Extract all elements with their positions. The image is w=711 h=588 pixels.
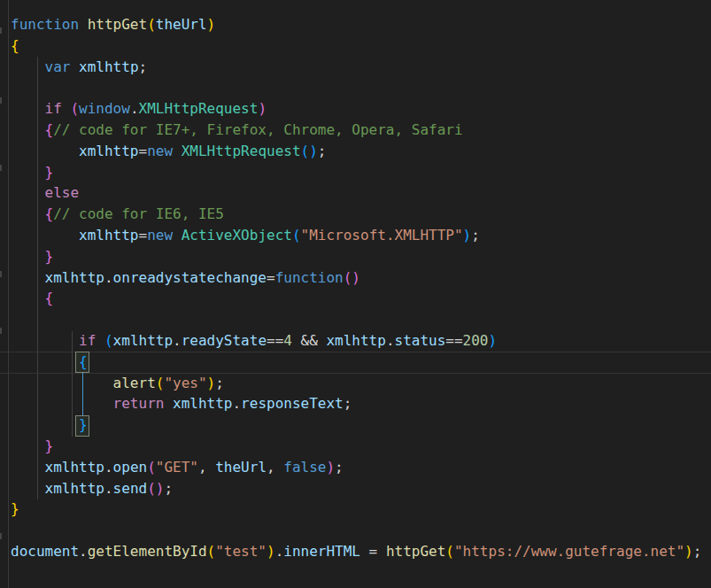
code-line[interactable]: xmlhttp=new ActiveXObject("Microsoft.XML… [11,225,701,246]
code-token: httpGet [88,16,147,33]
code-token: ( [445,543,454,560]
code-token: { [45,205,54,222]
code-token [70,58,79,75]
code-token [79,16,88,33]
code-token: . [130,100,139,117]
code-token: ; [344,395,352,412]
code-token: . [386,332,395,349]
code-token: "https://www.gutefrage.net" [454,543,684,560]
code-line[interactable]: } [11,246,701,267]
code-token: ( [147,480,156,497]
code-line[interactable]: return xmlhttp.responseText; [11,393,701,414]
code-token: // code for IE6, IE5 [53,205,224,222]
code-token: theUrl [156,16,207,33]
code-token: ActiveXObject [182,227,292,244]
code-line[interactable]: } [11,499,701,520]
code-line[interactable] [11,77,701,98]
code-token [11,416,79,433]
code-token: . [104,269,113,286]
code-token: { [45,121,54,138]
code-token: open [113,459,148,476]
code-token: theUrl [215,459,267,476]
code-line[interactable]: var xmlhttp; [11,57,701,78]
code-token: } [45,437,54,454]
code-token: xmlhttp [45,269,104,286]
code-token: = [139,227,148,244]
code-token: ( [147,16,156,33]
code-token [11,164,45,181]
code-token [11,437,45,454]
code-line[interactable]: xmlhttp.open("GET", theUrl, false); [11,457,701,478]
code-token: . [79,543,88,560]
code-token: "test" [215,543,267,560]
code-token: xmlhttp [79,227,138,244]
code-token: ; [471,227,480,244]
code-token: send [113,480,148,497]
code-line[interactable]: function httpGet(theUrl) [11,14,701,35]
code-token: 4 [283,332,292,349]
code-token [11,227,79,244]
code-token: ) [309,143,318,159]
code-token: xmlhttp [79,58,138,75]
code-token: } [79,416,88,433]
code-token: } [45,248,54,265]
code-line[interactable]: { [11,35,701,57]
gutter-border [8,0,9,588]
code-token: if [79,332,96,349]
code-line[interactable]: {// code for IE7+, Firefox, Chrome, Oper… [11,120,701,141]
code-line[interactable]: } [11,414,701,436]
code-line[interactable]: xmlhttp.send(); [11,478,701,499]
code-line[interactable] [11,309,701,330]
code-token: == [267,332,283,349]
code-token: new [147,143,173,159]
code-line[interactable]: else [11,182,701,204]
code-token: } [45,164,54,181]
code-token: innerHTML [283,543,360,560]
code-token [11,205,45,222]
code-token: var [45,58,71,75]
code-line[interactable] [11,520,701,541]
code-token: getElementById [88,543,207,560]
code-token: { [11,37,19,54]
code-token [62,100,71,117]
code-token: "GET" [156,459,198,476]
code-token [11,459,45,476]
code-token: && [292,332,327,349]
code-line[interactable]: if (xmlhttp.readyState==4 && xmlhttp.sta… [11,330,701,352]
code-line[interactable]: { [11,288,701,309]
code-line[interactable]: {// code for IE6, IE5 [11,204,701,225]
code-token: new [147,227,173,244]
code-token: ) [489,332,498,349]
code-token: if [45,100,62,117]
code-token: ) [684,543,693,560]
code-token: XMLHttpRequest [139,100,259,117]
code-token [11,143,79,159]
code-token [173,143,182,159]
code-line[interactable]: { [11,352,701,373]
gutter-decoration-tick [0,165,2,171]
gutter-decoration-tick [0,97,2,104]
code-area[interactable]: function httpGet(theUrl){ var xmlhttp; i… [11,14,701,562]
code-token: xmlhttp [326,332,385,349]
code-token: ( [344,269,352,286]
code-token [11,269,45,286]
code-line[interactable]: } [11,436,701,457]
code-token: . [104,480,113,497]
code-token: . [173,332,182,349]
code-editor[interactable]: function httpGet(theUrl){ var xmlhttp; i… [0,0,711,588]
code-line[interactable]: xmlhttp.onreadystatechange=function() [11,267,701,289]
code-line[interactable]: if (window.XMLHttpRequest) [11,98,701,120]
code-token: else [45,184,80,201]
code-line[interactable]: document.getElementById("test").innerHTM… [11,541,701,562]
code-token: = [139,143,148,159]
code-token: return [113,395,165,412]
code-token: . [104,459,113,476]
code-token: ; [335,459,344,476]
code-token: xmlhttp [45,480,104,497]
code-token: ; [215,375,224,391]
code-token: ; [693,543,702,560]
code-line[interactable]: alert("yes"); [11,373,701,394]
code-token: httpGet [386,543,445,560]
code-line[interactable]: xmlhttp=new XMLHttpRequest(); [11,141,701,162]
code-line[interactable]: } [11,162,701,183]
